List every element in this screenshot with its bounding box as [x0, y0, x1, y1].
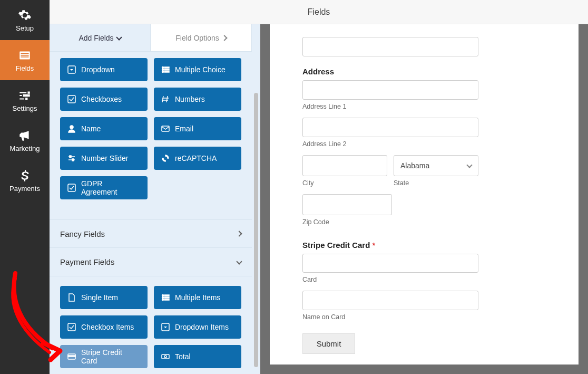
svg-rect-10	[164, 71, 169, 72]
input-address-line2[interactable]	[302, 118, 478, 137]
select-state[interactable]: Alabama	[394, 155, 478, 176]
sublabel-city: City	[302, 179, 387, 187]
label-text: Stripe Credit Card	[302, 241, 370, 250]
svg-point-7	[162, 69, 164, 71]
sublabel-line1: Address Line 1	[302, 103, 478, 110]
svg-point-17	[162, 295, 164, 296]
field-numbers[interactable]: Numbers	[154, 88, 241, 111]
label-stripe: Stripe Credit Card *	[302, 241, 478, 250]
input-name-on-card[interactable]	[302, 291, 478, 310]
section-label: Fancy Fields	[60, 229, 105, 238]
input-zip[interactable]	[302, 194, 392, 215]
field-single-item[interactable]: Single Item	[60, 286, 148, 309]
caret-square-icon	[67, 65, 76, 74]
field-dropdown[interactable]: Dropdown	[60, 58, 148, 81]
field-checkboxes[interactable]: Checkboxes	[60, 88, 148, 111]
check-square-icon	[67, 95, 76, 103]
caret-square-icon	[161, 323, 170, 331]
list-icon	[161, 65, 170, 74]
input-card[interactable]	[302, 254, 478, 273]
svg-rect-8	[164, 69, 169, 70]
svg-rect-20	[164, 297, 169, 298]
input-generic-top[interactable]	[302, 37, 478, 56]
svg-rect-16	[68, 184, 75, 191]
svg-rect-6	[164, 67, 169, 68]
input-address-line1[interactable]	[302, 80, 478, 100]
label-address: Address	[302, 67, 478, 76]
field-name[interactable]: Name	[60, 117, 148, 140]
section-label: Payment Fields	[60, 257, 114, 266]
field-multiple-items[interactable]: Multiple Items	[154, 286, 241, 309]
chevron-down-icon	[116, 34, 122, 40]
field-dropdown-items[interactable]: Dropdown Items	[154, 315, 241, 339]
section-payment-fields[interactable]: Payment Fields	[50, 248, 252, 276]
panel-content: Add Fields Field Options Dropdown Multip…	[50, 24, 252, 374]
section-fancy-fields[interactable]: Fancy Fields	[50, 219, 252, 248]
tab-add-fields[interactable]: Add Fields	[50, 24, 151, 51]
nav-label: Fields	[16, 64, 34, 72]
select-value: Alabama	[400, 161, 429, 170]
chevron-right-icon	[221, 35, 227, 41]
field-stripe-credit-card[interactable]: Stripe Credit Card	[60, 345, 148, 368]
label: Name	[81, 124, 101, 133]
envelope-icon	[161, 124, 170, 133]
label: Dropdown Items	[175, 323, 229, 331]
svg-rect-1	[21, 53, 28, 54]
scrollbar-thumb[interactable]	[254, 93, 258, 367]
dollar-icon	[18, 169, 32, 183]
recaptcha-icon	[161, 154, 170, 162]
hash-icon	[161, 95, 170, 103]
field-recaptcha[interactable]: reCAPTCHA	[154, 147, 241, 170]
credit-card-icon	[67, 352, 76, 361]
field-number-slider[interactable]: Number Slider	[60, 147, 148, 170]
chevron-down-icon	[466, 162, 472, 168]
file-icon	[67, 293, 76, 302]
required-asterisk: *	[370, 241, 375, 250]
sublabel-card: Card	[302, 276, 478, 283]
label: Email	[175, 124, 193, 133]
label: Numbers	[175, 95, 205, 103]
svg-rect-27	[162, 354, 169, 359]
nav-fields[interactable]: Fields	[0, 40, 50, 80]
label: Stripe Credit Card	[81, 348, 140, 365]
sublabel-line2: Address Line 2	[302, 140, 478, 148]
nav-label: Settings	[13, 104, 37, 112]
standard-fields-grid: Dropdown Multiple Choice Checkboxes Numb…	[50, 52, 252, 210]
money-icon	[161, 352, 170, 361]
panel-tabs: Add Fields Field Options	[50, 24, 252, 52]
submit-button[interactable]: Submit	[302, 333, 355, 354]
sublabel-name-on-card: Name on Card	[302, 313, 478, 321]
svg-rect-26	[68, 356, 75, 357]
svg-rect-23	[68, 323, 75, 331]
nav-label: Marketing	[9, 145, 40, 152]
svg-rect-2	[21, 54, 28, 55]
field-checkbox-items[interactable]: Checkbox Items	[60, 315, 148, 339]
nav-settings[interactable]: Settings	[0, 80, 50, 120]
chevron-right-icon	[236, 231, 242, 236]
fields-panel: Add Fields Field Options Dropdown Multip…	[50, 24, 260, 374]
svg-rect-14	[70, 156, 71, 158]
tab-field-options[interactable]: Field Options	[151, 24, 252, 51]
input-city[interactable]	[302, 155, 387, 176]
user-icon	[67, 124, 76, 133]
nav-marketing[interactable]: Marketing	[0, 120, 50, 160]
list-icon	[161, 293, 170, 302]
nav-setup[interactable]: Setup	[0, 0, 50, 40]
nav-payments[interactable]: Payments	[0, 160, 50, 200]
field-total[interactable]: Total	[154, 345, 241, 368]
sliders-icon	[18, 89, 32, 102]
sublabel-zip: Zip Code	[302, 218, 478, 226]
panel-scrollbar[interactable]	[252, 24, 260, 374]
field-multiple-choice[interactable]: Multiple Choice	[154, 58, 241, 81]
svg-point-21	[162, 299, 164, 301]
svg-point-5	[162, 67, 164, 69]
label: Checkbox Items	[81, 323, 134, 331]
field-gdpr[interactable]: GDPR Agreement	[60, 176, 148, 199]
tab-label: Field Options	[175, 34, 219, 42]
label: Total	[175, 352, 191, 361]
field-email[interactable]: Email	[154, 117, 241, 140]
label: Multiple Items	[175, 293, 220, 302]
svg-rect-15	[72, 159, 74, 161]
label: Dropdown	[81, 65, 115, 74]
svg-point-28	[164, 356, 166, 358]
